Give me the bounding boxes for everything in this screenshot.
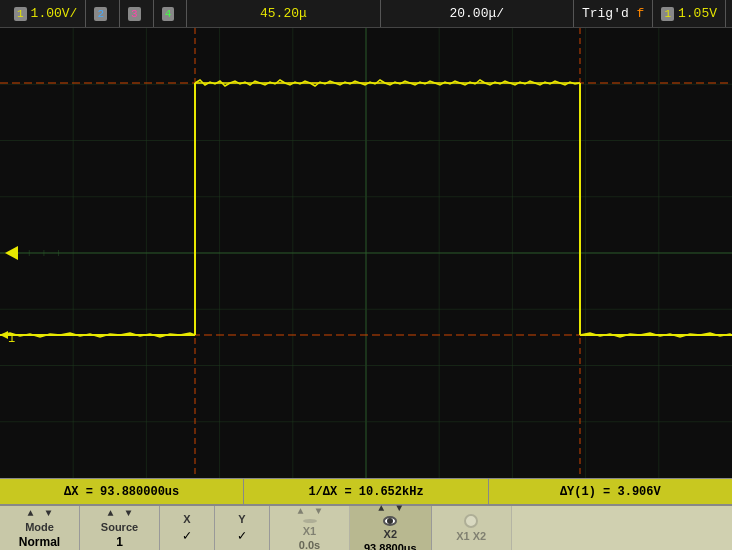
trig-label: Trig'd [582,6,629,21]
ch2-number: 2 [94,7,107,21]
position-value: 45.20μ [260,6,307,21]
ch3-number: 3 [128,7,141,21]
ch1-scale: 1.00V/ [31,6,78,21]
source-button[interactable]: ▲ ▼ Source 1 [80,506,160,550]
source-label: Source [101,521,138,533]
delta-x-value: ΔX = 93.880000us [64,485,179,499]
x2-radio-circle [383,516,397,526]
x1-radio-circle [303,519,317,523]
mode-down-arrow: ▼ [46,508,52,519]
x1x2-button[interactable]: X1 X2 [432,506,512,550]
trig-voltage: 1.05V [678,6,717,21]
trig-icon: f [637,6,645,21]
source-value: 1 [116,535,123,549]
x1-value: 0.0s [299,539,320,551]
x2-arrows: ▲ ▼ [378,503,402,514]
source-arrows: ▲ ▼ [107,508,131,519]
timebase-display: 20.00μ/ [381,0,574,27]
source-down-arrow: ▼ [126,508,132,519]
y-checkbox-button[interactable]: Y ✓ [215,506,270,550]
x-checkmark: ✓ [183,527,191,544]
x2-radio-button[interactable]: ▲ ▼ X2 93.8800us [350,506,432,550]
controls-bar: ▲ ▼ Mode Normal ▲ ▼ Source 1 X ✓ Y ✓ ▲ ▼… [0,504,732,550]
x1-arrows: ▲ ▼ [297,506,321,517]
x2-radio-inner [387,518,393,524]
mode-up-arrow: ▲ [27,508,33,519]
ch4-number: 4 [162,7,175,21]
ch2-status: 2 [86,0,120,27]
x-label: X [183,513,190,525]
inv-delta-x-value: 1/ΔX = 10.652kHz [308,485,423,499]
source-up-arrow: ▲ [107,508,113,519]
x1x2-label: X1 X2 [456,530,486,542]
x2-down-arrow: ▼ [396,503,402,514]
trig-ch-number: 1 [661,7,674,21]
x2-up-arrow: ▲ [378,503,384,514]
x1-label: X1 [303,525,316,537]
inv-delta-x-measurement: 1/ΔX = 10.652kHz [244,479,488,504]
x1x2-radio-circle [464,514,478,528]
delta-x-measurement: ΔX = 93.880000us [0,479,244,504]
trig-value-display: 1 1.05V [653,0,726,27]
delta-y-value: ΔY(1) = 3.906V [560,485,661,499]
timebase-value: 20.00μ/ [449,6,504,21]
svg-text:1: 1 [8,332,15,346]
ch4-status: 4 [154,0,188,27]
mode-label: Mode [25,521,54,533]
mode-arrows: ▲ ▼ [27,508,51,519]
ch1-number: 1 [14,7,27,21]
oscilloscope-screen: 1 [0,28,732,478]
trig-status: Trig'd f [574,0,653,27]
mode-button[interactable]: ▲ ▼ Mode Normal [0,506,80,550]
x1-up-arrow: ▲ [297,506,303,517]
trigger-position: 45.20μ [187,0,380,27]
x2-value: 93.8800us [364,542,417,551]
y-label: Y [238,513,245,525]
x1-radio-button[interactable]: ▲ ▼ X1 0.0s [270,506,350,550]
mode-value: Normal [19,535,60,549]
x2-label: X2 [384,528,397,540]
measurements-bar: ΔX = 93.880000us 1/ΔX = 10.652kHz ΔY(1) … [0,478,732,504]
x1-down-arrow: ▼ [316,506,322,517]
ch1-status: 1 1.00V/ [6,0,86,27]
grid-overlay: 1 [0,28,732,478]
top-status-bar: 1 1.00V/ 2 3 4 45.20μ 20.00μ/ Trig'd f 1… [0,0,732,28]
delta-y-measurement: ΔY(1) = 3.906V [489,479,732,504]
y-checkmark: ✓ [238,527,246,544]
x-checkbox-button[interactable]: X ✓ [160,506,215,550]
ch3-status: 3 [120,0,154,27]
